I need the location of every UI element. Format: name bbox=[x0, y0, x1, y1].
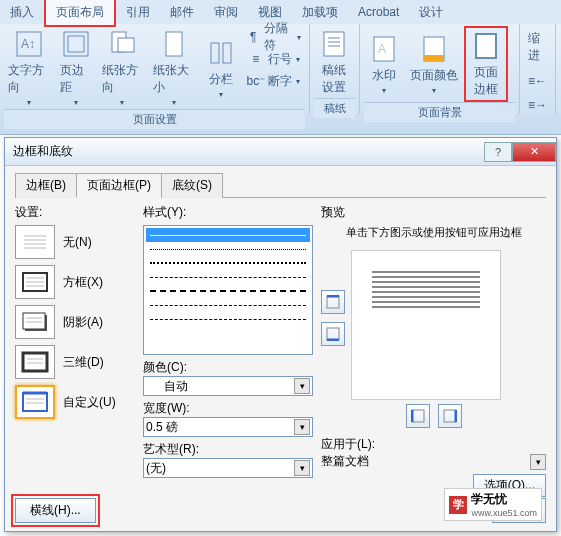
orientation-button[interactable]: 纸张方向▾ bbox=[98, 26, 148, 109]
svg-rect-37 bbox=[327, 296, 339, 308]
group-indent: 缩进 ≡← ≡→ bbox=[520, 24, 556, 114]
art-label: 艺术型(R): bbox=[143, 441, 313, 458]
size-icon bbox=[158, 28, 190, 60]
tab-insert[interactable]: 插入 bbox=[0, 0, 44, 25]
columns-button[interactable]: 分栏▾ bbox=[201, 26, 241, 109]
style-dashed-short[interactable] bbox=[146, 270, 310, 284]
color-label: 颜色(C): bbox=[143, 359, 313, 376]
tab-mailings[interactable]: 邮件 bbox=[160, 0, 204, 25]
tab-borders[interactable]: 边框(B) bbox=[15, 173, 77, 198]
group-paper: 稿纸 设置 稿纸 bbox=[310, 24, 360, 114]
tab-view[interactable]: 视图 bbox=[248, 0, 292, 25]
margins-label: 页边距 bbox=[60, 62, 92, 96]
indent-left-button[interactable]: ≡← bbox=[524, 70, 551, 92]
border-right-button[interactable] bbox=[438, 404, 462, 428]
border-bottom-button[interactable] bbox=[321, 322, 345, 346]
indent-right-button[interactable]: ≡→ bbox=[524, 94, 551, 116]
border-top-button[interactable] bbox=[321, 290, 345, 314]
text-direction-button[interactable]: A↕ 文字方向▾ bbox=[4, 26, 54, 109]
style-column: 样式(Y): 颜色(C): 自动▾ 宽度(W): 0.5 磅▾ bbox=[143, 204, 313, 494]
style-dashed[interactable] bbox=[146, 284, 310, 298]
dialog-help-button[interactable]: ? bbox=[484, 142, 512, 162]
preview-page[interactable] bbox=[351, 250, 501, 400]
style-label: 样式(Y): bbox=[143, 204, 313, 221]
paper-icon bbox=[318, 28, 350, 60]
paper-settings-button[interactable]: 稿纸 设置 bbox=[314, 26, 354, 98]
style-dash-dot-dot[interactable] bbox=[146, 312, 310, 326]
group-page-bg-label: 页面背景 bbox=[364, 102, 515, 122]
columns-label: 分栏 bbox=[209, 71, 233, 88]
tab-page-layout[interactable]: 页面布局 bbox=[44, 0, 116, 27]
tab-page-border[interactable]: 页面边框(P) bbox=[76, 173, 162, 198]
setting-none[interactable]: 无(N) bbox=[15, 225, 135, 259]
text-direction-label: 文字方向 bbox=[8, 62, 50, 96]
page-border-icon bbox=[470, 30, 502, 62]
setting-box[interactable]: 方框(X) bbox=[15, 265, 135, 299]
group-paper-label: 稿纸 bbox=[314, 98, 355, 118]
tab-shading[interactable]: 底纹(S) bbox=[161, 173, 223, 198]
watermark-label: 水印 bbox=[372, 67, 396, 84]
chevron-down-icon: ▾ bbox=[294, 419, 310, 435]
svg-rect-7 bbox=[211, 43, 219, 63]
svg-rect-27 bbox=[23, 313, 45, 329]
setting-3d[interactable]: 三维(D) bbox=[15, 345, 135, 379]
style-list[interactable] bbox=[143, 225, 313, 355]
style-dash-dot[interactable] bbox=[146, 298, 310, 312]
style-dotted-fine[interactable] bbox=[146, 242, 310, 256]
color-combo[interactable]: 自动▾ bbox=[143, 376, 313, 396]
svg-text:A: A bbox=[378, 42, 386, 56]
svg-rect-30 bbox=[23, 353, 47, 371]
tab-design[interactable]: 设计 bbox=[409, 0, 453, 25]
tab-review[interactable]: 审阅 bbox=[204, 0, 248, 25]
apply-combo[interactable]: 整篇文档▾ bbox=[321, 453, 546, 470]
margins-icon bbox=[60, 28, 92, 60]
svg-rect-5 bbox=[118, 38, 134, 52]
horizontal-line-button[interactable]: 横线(H)... bbox=[15, 498, 96, 523]
breaks-button[interactable]: ¶分隔符▾ bbox=[243, 26, 305, 48]
indent-left-icon: ≡← bbox=[530, 73, 546, 89]
group-page-setup-label: 页面设置 bbox=[4, 109, 305, 129]
border-left-button[interactable] bbox=[406, 404, 430, 428]
tab-acrobat[interactable]: Acrobat bbox=[348, 1, 409, 23]
margins-button[interactable]: 页边距▾ bbox=[56, 26, 96, 109]
page-color-button[interactable]: 页面颜色▾ bbox=[406, 26, 462, 102]
width-combo[interactable]: 0.5 磅▾ bbox=[143, 417, 313, 437]
group-page-setup: A↕ 文字方向▾ 页边距▾ 纸张方向▾ 纸张大小▾ 分栏▾ bbox=[0, 24, 310, 114]
setting-custom[interactable]: 自定义(U) bbox=[15, 385, 135, 419]
style-dotted[interactable] bbox=[146, 256, 310, 270]
paper-settings-label: 稿纸 设置 bbox=[322, 62, 346, 96]
apply-label: 应用于(L): bbox=[321, 436, 546, 453]
settings-label: 设置: bbox=[15, 204, 135, 221]
indent-label: 缩进 bbox=[524, 26, 551, 68]
page-color-label: 页面颜色 bbox=[410, 67, 458, 84]
ribbon-body: A↕ 文字方向▾ 页边距▾ 纸张方向▾ 纸张大小▾ 分栏▾ bbox=[0, 24, 561, 114]
svg-rect-16 bbox=[424, 55, 444, 61]
art-combo[interactable]: (无)▾ bbox=[143, 458, 313, 478]
svg-text:A↕: A↕ bbox=[21, 37, 35, 51]
chevron-down-icon: ▾ bbox=[530, 454, 546, 470]
page-border-button[interactable]: 页面 边框 bbox=[464, 26, 508, 102]
settings-column: 设置: 无(N) 方框(X) 阴影(A) 三维(D) bbox=[15, 204, 135, 494]
line-numbers-icon: ≡ bbox=[248, 51, 264, 67]
dialog-tabs: 边框(B) 页面边框(P) 底纹(S) bbox=[15, 172, 546, 198]
page-color-icon bbox=[418, 33, 450, 65]
dialog-close-button[interactable]: ✕ bbox=[512, 142, 556, 162]
size-label: 纸张大小 bbox=[153, 62, 195, 96]
width-label: 宽度(W): bbox=[143, 400, 313, 417]
style-solid[interactable] bbox=[146, 228, 310, 242]
setting-shadow[interactable]: 阴影(A) bbox=[15, 305, 135, 339]
svg-rect-3 bbox=[68, 36, 84, 52]
tab-references[interactable]: 引用 bbox=[116, 0, 160, 25]
chevron-down-icon: ▾ bbox=[294, 460, 310, 476]
ribbon-tabs: 插入 页面布局 引用 邮件 审阅 视图 加载项 Acrobat 设计 bbox=[0, 0, 561, 24]
svg-rect-8 bbox=[223, 43, 231, 63]
hyphenation-icon: bc⁻ bbox=[248, 73, 264, 89]
hyphenation-button[interactable]: bc⁻断字▾ bbox=[243, 70, 305, 92]
svg-rect-9 bbox=[324, 32, 344, 56]
size-button[interactable]: 纸张大小▾ bbox=[149, 26, 199, 109]
watermark-button[interactable]: A 水印▾ bbox=[364, 26, 404, 102]
line-numbers-button[interactable]: ≡行号▾ bbox=[243, 48, 305, 70]
tab-addins[interactable]: 加载项 bbox=[292, 0, 348, 25]
svg-rect-43 bbox=[444, 410, 456, 422]
orientation-label: 纸张方向 bbox=[102, 62, 144, 96]
